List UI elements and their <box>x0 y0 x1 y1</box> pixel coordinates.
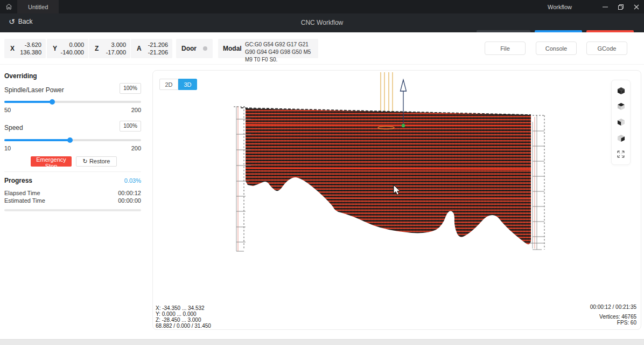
axis-z-machine-position: -17.000 <box>106 49 126 56</box>
speed-max-label: 200 <box>131 145 141 151</box>
view-tools-panel <box>611 80 631 165</box>
front-view-icon[interactable] <box>615 117 626 128</box>
view-3d-button[interactable]: 3D <box>178 79 197 90</box>
modal-label: Modal <box>223 45 242 52</box>
speed-slider[interactable] <box>4 137 141 143</box>
door-label: Door <box>181 45 197 52</box>
fit-view-icon[interactable] <box>615 149 626 160</box>
axis-a-machine-position: -21.206 <box>148 49 168 56</box>
axis-y-machine-position: -140.000 <box>61 49 84 56</box>
spindle-min-label: 50 <box>4 107 11 113</box>
modal-readout: Modal GC:G0 G54 G92 G17 G21 G90 G94 G49 … <box>218 39 318 58</box>
axis-a-label: A <box>137 45 142 52</box>
axis-y-label: Y <box>53 45 57 52</box>
top-view-icon[interactable] <box>615 101 626 112</box>
axis-readout-y: Y 0.000-140.000 <box>47 39 88 58</box>
toolpath-visualization[interactable] <box>153 71 641 329</box>
progress-title: Progress <box>4 177 32 184</box>
spindle-max-label: 200 <box>131 107 141 113</box>
restore-button[interactable]: ↻ Restore <box>76 156 117 167</box>
axis-z-label: Z <box>95 45 99 52</box>
axis-x-label: X <box>10 45 15 52</box>
axis-y-position: 0.000 <box>61 41 84 49</box>
axis-z-position: 3.000 <box>106 41 126 49</box>
window-title: Workflow <box>548 4 572 10</box>
restore-label: Restore <box>89 158 110 164</box>
gcode-panel-button[interactable]: GCode <box>586 42 627 55</box>
right-boundary-frame <box>530 115 544 250</box>
sidebar-divider <box>4 171 141 172</box>
bounds-dimensions: 68.882 / 0.000 / 31.450 <box>156 323 211 329</box>
axis-a-position: -21.206 <box>148 41 168 49</box>
spindle-slider-handle[interactable] <box>50 99 55 105</box>
speed-label: Speed <box>4 124 23 132</box>
axis-x-position: -3.620 <box>20 41 41 49</box>
fps-counter: FPS: 60 <box>590 320 636 326</box>
estimated-time-label: Estimated Time <box>4 197 45 204</box>
close-button[interactable] <box>628 0 644 13</box>
bounds-y: Y: 0.000 ... 0.000 <box>156 311 211 317</box>
restore-icon: ↻ <box>83 158 88 164</box>
tool-tip-dot <box>402 124 405 127</box>
viewer-canvas[interactable]: 2D 3D <box>152 70 641 330</box>
elapsed-time-label: Elapsed Time <box>4 190 40 196</box>
speed-slider-handle[interactable] <box>67 137 73 143</box>
speed-min-label: 10 <box>4 145 11 151</box>
console-panel-button[interactable]: Console <box>536 42 577 55</box>
home-icon <box>5 3 12 10</box>
home-button[interactable] <box>0 0 17 13</box>
estimated-time-value: 00:00:00 <box>118 197 141 204</box>
bottom-edge-bar <box>0 339 644 345</box>
spindle-slider-fill <box>4 101 52 103</box>
page-title: CNC Workflow <box>0 19 644 26</box>
restore-window-icon <box>618 4 624 10</box>
spindle-power-input[interactable]: 100% <box>120 83 141 94</box>
document-tab[interactable]: Untitled <box>17 0 59 13</box>
view-mode-toggle: 2D 3D <box>159 79 197 90</box>
emergency-stop-button[interactable]: Emergency Stop <box>31 156 72 167</box>
gcode-bounds-readout: X: -34.350 ... 34.532 Y: 0.000 ... 0.000… <box>156 305 211 329</box>
spindle-power-label: Spindle/Laser Power <box>4 86 64 94</box>
document-tab-label: Untitled <box>28 4 48 10</box>
minimize-button[interactable] <box>597 0 613 13</box>
render-stats: 00:00:12 / 00:21:35 Vertices: 46765 FPS:… <box>590 304 636 326</box>
close-icon <box>634 4 639 10</box>
control-bar: ↺ Back CNC Workflow Status Run Pause Sto… <box>0 13 644 32</box>
progress-percent: 0.03% <box>124 177 141 184</box>
sidebar: Overriding Spindle/Laser Power 100% 50 2… <box>0 65 146 339</box>
axis-readout-a: A -21.206-21.206 <box>131 39 172 58</box>
axis-x-machine-position: 136.380 <box>20 49 41 56</box>
speed-slider-fill <box>4 139 70 141</box>
progress-bar <box>4 209 141 211</box>
view-2d-button[interactable]: 2D <box>159 79 178 90</box>
playback-time: 00:00:12 / 00:21:35 <box>590 304 636 310</box>
restore-window-button[interactable] <box>613 0 628 13</box>
door-status: Door <box>176 39 213 58</box>
file-panel-button[interactable]: File <box>485 42 526 55</box>
isometric-view-icon[interactable] <box>615 85 626 96</box>
bounds-x: X: -34.350 ... 34.532 <box>156 305 211 311</box>
axis-readout-x: X -3.620136.380 <box>4 39 46 58</box>
coordinates-bar: X -3.620136.380 Y 0.000-140.000 Z 3.000-… <box>0 32 644 65</box>
window-controls <box>597 0 644 13</box>
vertices-count: Vertices: 46765 <box>590 314 636 320</box>
speed-input[interactable]: 100% <box>120 121 141 132</box>
title-bar: Untitled Workflow <box>0 0 644 13</box>
spindle-power-slider[interactable] <box>4 99 141 105</box>
minimize-icon <box>603 4 608 10</box>
elapsed-time-value: 00:00:12 <box>118 190 141 196</box>
side-view-icon[interactable] <box>615 133 626 143</box>
overriding-title: Overriding <box>4 72 37 80</box>
axis-readout-z: Z 3.000-17.000 <box>89 39 130 58</box>
modal-value: GC:G0 G54 G92 G17 G21 G90 G94 G49 G98 G5… <box>245 41 316 64</box>
bounds-z: Z: -28.450 ... 3.000 <box>156 317 211 323</box>
door-indicator-icon <box>203 46 207 51</box>
app-window: Untitled Workflow ↺ Back CNC Workflow St… <box>0 0 644 345</box>
